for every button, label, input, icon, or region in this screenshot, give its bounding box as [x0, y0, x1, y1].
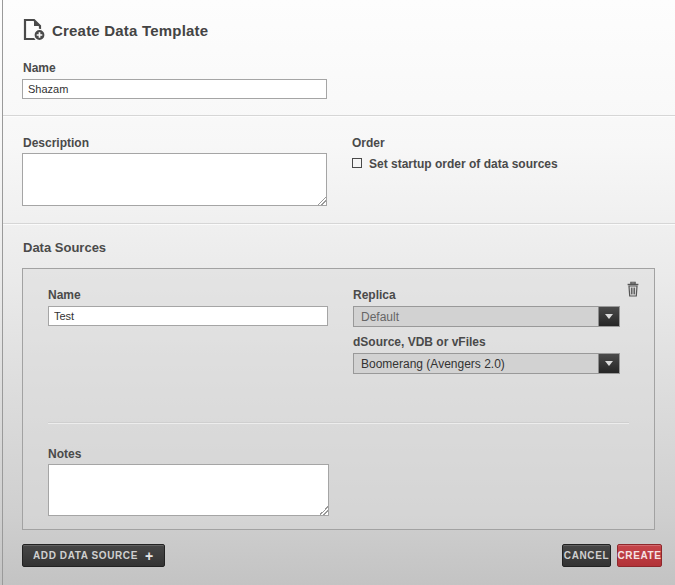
divider-2 [3, 223, 675, 224]
dialog-left-border [2, 0, 3, 585]
cancel-button-label: CANCEL [564, 550, 609, 561]
name-input[interactable] [22, 79, 327, 99]
notes-textarea[interactable] [48, 464, 329, 516]
description-label: Description [23, 136, 89, 150]
add-data-source-button[interactable]: ADD DATA SOURCE + [22, 544, 165, 567]
name-label: Name [23, 61, 56, 75]
create-data-template-dialog: Create Data Template Name Description Or… [0, 0, 675, 585]
dsource-dropdown[interactable]: Boomerang (Avengers 2.0) [353, 353, 620, 374]
document-add-icon [21, 18, 46, 42]
dsource-label: dSource, VDB or vFiles [353, 335, 486, 349]
data-sources-heading: Data Sources [23, 240, 106, 255]
startup-order-checkbox[interactable] [352, 158, 362, 168]
caret-down-icon[interactable] [598, 354, 619, 373]
page-title: Create Data Template [52, 22, 208, 39]
data-source-card: Name Replica Default dSource, VDB or vFi… [22, 268, 655, 530]
cancel-button[interactable]: CANCEL [562, 544, 611, 567]
startup-order-checkbox-label[interactable]: Set startup order of data sources [369, 157, 558, 171]
notes-label: Notes [48, 447, 81, 461]
plus-icon: + [145, 549, 154, 563]
create-button-label: CREATE [618, 550, 662, 561]
create-button[interactable]: CREATE [617, 544, 662, 567]
caret-down-icon[interactable] [598, 307, 619, 326]
trash-icon[interactable] [626, 281, 640, 297]
description-textarea[interactable] [22, 153, 327, 206]
dsource-dropdown-value: Boomerang (Avengers 2.0) [354, 357, 598, 371]
order-label: Order [352, 136, 385, 150]
ds-name-input[interactable] [48, 306, 328, 326]
ds-name-label: Name [48, 288, 81, 302]
divider-1 [3, 115, 675, 116]
add-data-source-label: ADD DATA SOURCE [33, 550, 138, 561]
replica-label: Replica [353, 288, 396, 302]
replica-dropdown-value: Default [354, 310, 598, 324]
replica-dropdown[interactable]: Default [353, 306, 620, 327]
card-divider [48, 422, 629, 423]
